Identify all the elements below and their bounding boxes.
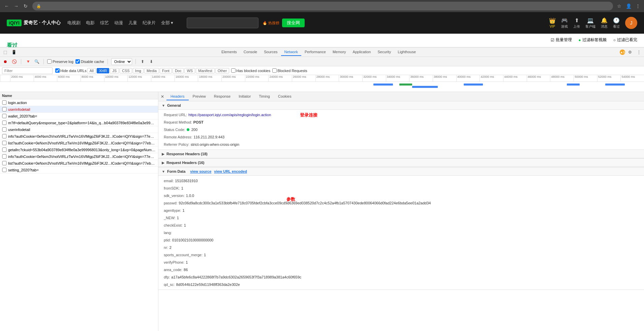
filter-input[interactable] — [2, 67, 53, 74]
nav-tv[interactable]: 电视剧 — [67, 20, 81, 26]
batch-manage-btn[interactable]: ☑ 批量管理 — [551, 37, 572, 43]
account-icon[interactable]: 👤 — [625, 3, 632, 9]
hide-data-urls-checkbox[interactable] — [55, 68, 60, 73]
request-item-m[interactable]: m?if=defaultQuery&response_type=2&platfo… — [0, 120, 158, 126]
forward-button[interactable]: → — [12, 2, 20, 10]
request-item-userinfodetail-1[interactable]: userinfodetail — [0, 106, 158, 113]
response-headers-header[interactable]: ▶ Response Headers (18) — [158, 150, 644, 158]
request-item-list-1[interactable]: list?authCookie=0eNxm3VnotVtRLzTwVm16VlM… — [0, 140, 158, 146]
has-blocked-cookies-label[interactable]: Has blocked cookies — [231, 68, 270, 73]
filter-button[interactable]: 🔻 — [25, 58, 31, 65]
export-har-button[interactable]: ⬇ — [148, 58, 155, 65]
inspect-element-button[interactable]: ⬚ — [1, 48, 9, 56]
refresh-button[interactable]: ↻ — [22, 2, 30, 10]
filter-all[interactable]: All — [87, 68, 96, 73]
request-checkbox-login[interactable] — [2, 100, 7, 105]
tab-performance[interactable]: Performance — [301, 48, 329, 56]
filter-css[interactable]: CSS — [120, 68, 132, 73]
nav-anime[interactable]: 动漫 — [114, 20, 123, 26]
menu-icon[interactable]: ⋮ — [635, 3, 641, 9]
request-item-login[interactable]: login.action — [0, 99, 158, 106]
blocked-requests-checkbox[interactable] — [272, 68, 277, 73]
filter-js[interactable]: JS — [110, 68, 119, 73]
request-headers-header[interactable]: ▶ Request Headers (16) — [158, 159, 644, 167]
filter-xhr[interactable]: XHR — [97, 68, 109, 73]
request-checkbox-userinfodetail-1[interactable] — [2, 107, 7, 111]
request-checkbox-info-1[interactable] — [2, 134, 7, 138]
nav-documentary[interactable]: 纪录片 — [143, 20, 156, 26]
user-avatar[interactable]: J — [625, 17, 637, 29]
request-checkbox-list-2[interactable] — [2, 161, 7, 165]
request-checkbox-wallet[interactable] — [2, 114, 7, 118]
disable-cache-checkbox[interactable] — [75, 59, 80, 64]
address-bar[interactable]: iqiyi.com/u/record — [43, 4, 609, 8]
tab-application[interactable]: Application — [349, 48, 374, 56]
tab-console[interactable]: Console — [240, 48, 260, 56]
history-button[interactable]: 🕐 看过 — [613, 17, 620, 29]
filter-watched-btn[interactable]: ○ 过滤已看完 — [613, 37, 637, 43]
search-input[interactable]: 奥特曼 — [187, 18, 258, 28]
details-tab-preview[interactable]: Preview — [189, 93, 210, 100]
has-blocked-cookies-checkbox[interactable] — [231, 68, 236, 73]
request-checkbox-setting[interactable] — [2, 168, 7, 172]
tab-memory[interactable]: Memory — [329, 48, 349, 56]
preserve-log-label[interactable]: Preserve log — [47, 59, 73, 64]
request-checkbox-m[interactable] — [2, 121, 7, 125]
details-tab-response[interactable]: Response — [210, 93, 235, 100]
preserve-log-checkbox[interactable] — [47, 59, 52, 64]
details-tab-initiator[interactable]: Initiator — [235, 93, 255, 100]
import-har-button[interactable]: ⬆ — [139, 58, 146, 65]
filter-img[interactable]: Img — [133, 68, 144, 73]
device-toolbar-button[interactable]: 📱 — [10, 48, 18, 56]
request-item-getallrc[interactable]: getallrc?ckuid=553b04a903789e834f8e0a3e9… — [0, 146, 158, 153]
request-item-setting[interactable]: setting_2020?tab= — [0, 167, 158, 173]
filter-other[interactable]: Other — [215, 68, 229, 73]
filter-media[interactable]: Media — [144, 68, 159, 73]
details-tab-headers[interactable]: Headers — [166, 93, 189, 100]
request-checkbox-getallrc[interactable] — [2, 147, 7, 152]
client-button[interactable]: 💻 客户端 — [585, 17, 595, 29]
request-item-list-2[interactable]: list?authCookie=0eNxm3VnotVtRLzTwVm16VlM… — [0, 160, 158, 167]
form-data-header[interactable]: ▼ Form Data view source view URL encoded — [158, 167, 644, 176]
games-button[interactable]: 🎮 游戏 — [561, 17, 568, 29]
filter-ws[interactable]: WS — [184, 68, 195, 73]
upload-button[interactable]: ⬆ 上传 — [573, 17, 580, 29]
details-tab-cookies[interactable]: Cookies — [274, 93, 296, 100]
request-item-info-2[interactable]: info?authCookie=0eNxm3VnotVtRLzTwVm16VlM… — [0, 153, 158, 160]
clear-button[interactable]: 🚫 — [11, 58, 18, 65]
general-section-header[interactable]: ▼ General — [158, 101, 644, 110]
more-options-button[interactable]: ⋮ — [635, 48, 643, 56]
nav-variety[interactable]: 综艺 — [100, 20, 109, 26]
tab-elements[interactable]: Elements — [218, 48, 240, 56]
message-button[interactable]: 🔔 消息 — [601, 17, 608, 29]
nav-movie[interactable]: 电影 — [86, 20, 95, 26]
filter-font[interactable]: Font — [160, 68, 172, 73]
back-button[interactable]: ← — [3, 2, 11, 10]
tab-sources[interactable]: Sources — [260, 48, 281, 56]
filter-tagged-btn[interactable]: ● 过滤标签视频 — [579, 37, 607, 43]
nav-all[interactable]: 全部 ▾ — [161, 20, 174, 26]
tab-lighthouse[interactable]: Lighthouse — [394, 48, 419, 56]
details-tab-timing[interactable]: Timing — [255, 93, 274, 100]
close-details-button[interactable]: ✕ — [158, 93, 166, 101]
search-button[interactable]: 搜全网 — [282, 19, 305, 27]
request-item-userinfodetail-2[interactable]: userinfodetail — [0, 126, 158, 133]
request-item-wallet[interactable]: wallet_2020?tab= — [0, 113, 158, 120]
request-checkbox-userinfodetail-2[interactable] — [2, 127, 7, 132]
filter-doc[interactable]: Doc — [173, 68, 184, 73]
disable-cache-label[interactable]: Disable cache — [75, 59, 104, 64]
request-checkbox-list-1[interactable] — [2, 141, 7, 145]
view-url-encoded-link[interactable]: view URL encoded — [214, 169, 247, 173]
view-source-link[interactable]: view source — [190, 169, 211, 173]
nav-kids[interactable]: 儿童 — [128, 20, 137, 26]
vip-button[interactable]: 👑 VIP — [549, 18, 556, 28]
tab-network[interactable]: Network — [281, 48, 301, 56]
request-item-info-1[interactable]: info?authCookie=0eNxm3VnotVtRLzTwVm16VlM… — [0, 133, 158, 140]
tab-security[interactable]: Security — [374, 48, 394, 56]
blocked-requests-label[interactable]: Blocked Requests — [272, 68, 307, 73]
throttle-select[interactable]: Online — [111, 58, 132, 65]
hide-data-urls-label[interactable]: Hide data URLs — [55, 68, 87, 73]
search-button-dt[interactable]: 🔍 — [33, 58, 40, 65]
record-button[interactable]: ⏺ — [2, 58, 9, 65]
filter-manifest[interactable]: Manifest — [196, 68, 215, 73]
